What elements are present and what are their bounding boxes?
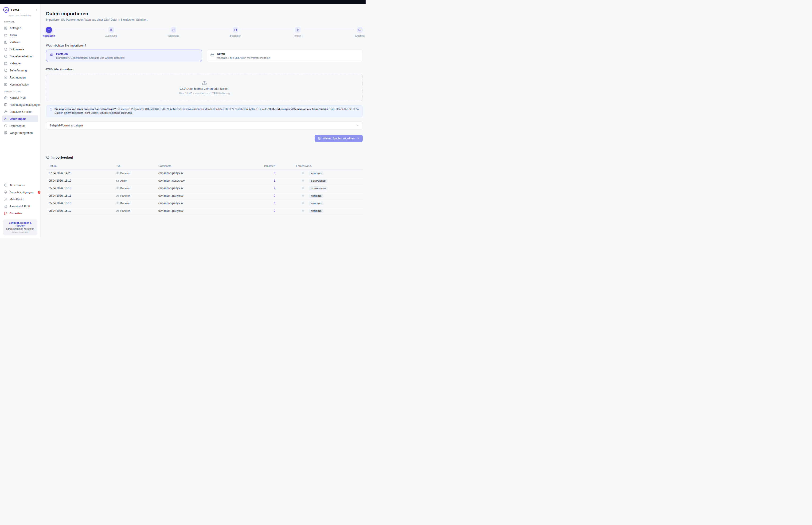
history-row[interactable]: 05.04.2026, 15:13Parteiencsv-import-part…: [46, 192, 363, 200]
cell-date: 05.04.2026, 15:19: [49, 177, 116, 184]
step-connector: [55, 30, 105, 30]
import-type-card-parteien[interactable]: ParteienMandanten, Gegenparteien, Kontak…: [46, 49, 202, 62]
upload-icon: [47, 28, 50, 31]
history-row[interactable]: 07.04.2026, 14:25Parteiencsv-import-part…: [46, 170, 363, 177]
step-circle: [171, 27, 176, 33]
history-row[interactable]: 05.04.2026, 15:19Aktencsv-import-cases.c…: [46, 177, 363, 185]
sidebar-item-benutzer-rollen[interactable]: Benutzer & Rollen: [2, 108, 38, 115]
clock-icon: [46, 155, 49, 159]
cell-date: 05.04.2026, 15:13: [49, 193, 116, 199]
sidebar-footer-item-benachrichtigungen[interactable]: Benachrichtigungen2: [2, 189, 38, 196]
sidebar-section-label-betrieb: BETRIEB: [0, 18, 40, 25]
sidebar-item-stapelverarbeitung[interactable]: Stapelverarbeitung: [2, 53, 38, 60]
history-row[interactable]: 05.04.2026, 15:12Parteiencsv-import-part…: [46, 207, 363, 215]
sidebar-item-label: Akten: [10, 34, 17, 37]
wizard-step-bestatigen: Bestätigen: [233, 27, 295, 33]
cell-status: COMPLETED: [304, 177, 360, 184]
sidebar-item-kanzlei-profil[interactable]: Kanzlei-Profil: [2, 94, 38, 101]
sidebar-item-widget-integration[interactable]: Widget-Integration: [2, 130, 38, 136]
step-label: Import: [294, 34, 301, 37]
history-row[interactable]: 05.04.2026, 15:13Parteiencsv-import-part…: [46, 200, 363, 207]
sidebar-item-rechnungseinstellungen[interactable]: Rechnungseinstellungen: [2, 101, 38, 108]
cell-imported-count: 1: [261, 177, 275, 184]
sidebar-item-anfragen[interactable]: Anfragen: [2, 25, 38, 31]
sidebar-item-zeiterfassung[interactable]: Zeiterfassung: [2, 67, 38, 74]
account-role: KANZLEI ADMIN: [5, 231, 35, 234]
step-connector: [117, 30, 167, 30]
play-icon: [296, 28, 299, 31]
column-header-status: Status: [304, 163, 360, 169]
sidebar-item-label: Kanzlei-Profil: [10, 96, 26, 100]
cell-error-count: 0: [275, 177, 304, 184]
sidebar-footer-item-label: Abmelden: [10, 212, 22, 215]
status-badge: PENDING: [309, 171, 323, 175]
sidebar-item-dokumente[interactable]: Dokumente: [2, 46, 38, 52]
sidebar-footer-item-mein-konto[interactable]: Mein Konto: [2, 196, 38, 202]
wizard-step-ergebnis: Ergebnis: [357, 27, 363, 33]
users-icon: [4, 110, 7, 114]
brand-name: LexA: [11, 8, 19, 12]
brand-tagline: Smart Law. Zero Friction.: [0, 13, 40, 18]
sidebar-footer-item-passwort-profil[interactable]: Passwort & Profil: [2, 203, 38, 210]
cell-filename: csv-import-party.csv: [158, 193, 261, 199]
info-icon: [49, 108, 52, 111]
dropzone-hint: Max. 10 MB · .csv oder .txt · UTF-8-Kodi…: [179, 92, 230, 95]
sidebar-footer-item-timer-starten[interactable]: Timer starten: [2, 182, 38, 189]
sidebar-item-label: Parteien: [10, 41, 20, 44]
type-card-subtitle: Mandate, Fälle und Akten mit Verfahrensd…: [217, 56, 270, 59]
sidebar-item-label: Benutzer & Rollen: [10, 110, 32, 114]
lock-icon: [4, 205, 7, 208]
sidebar-item-label: Kalender: [10, 62, 21, 65]
user-icon: [4, 197, 7, 201]
sidebar-footer-item-label: Mein Konto: [10, 198, 23, 201]
sidebar-collapse-button[interactable]: [35, 9, 38, 11]
page-subtitle: Importieren Sie Parteien oder Akten aus …: [46, 18, 363, 21]
sidebar-item-label: Kommunikation: [10, 83, 29, 86]
sidebar-item-akten[interactable]: Akten: [2, 32, 38, 39]
sidebar-footer: Timer startenBenachrichtigungen2Mein Kon…: [0, 181, 40, 217]
sidebar-item-parteien[interactable]: Parteien: [2, 39, 38, 46]
cell-imported-count: 0: [261, 170, 275, 177]
sidebar-item-kalender[interactable]: Kalender: [2, 60, 38, 67]
example-format-toggle[interactable]: Beispiel-Format anzeigen: [46, 121, 363, 130]
folder-icon: [116, 179, 119, 182]
folder-open-icon: [210, 53, 215, 57]
invoice-icon: [4, 76, 7, 79]
wizard-step-import: Import: [295, 27, 357, 33]
cell-error-count: 0: [275, 185, 304, 192]
cell-date: 05.04.2026, 15:18: [49, 185, 116, 192]
csv-dropzone[interactable]: CSV-Datei hierher ziehen oder klicken Ma…: [46, 74, 363, 101]
users-icon: [116, 202, 119, 205]
cell-imported-count: 0: [261, 200, 275, 207]
cell-error-count: 0: [275, 193, 304, 199]
cell-filename: csv-import-party.csv: [158, 170, 261, 177]
history-row[interactable]: 05.04.2026, 15:18Parteiencsv-import-part…: [46, 185, 363, 192]
clock-icon: [4, 69, 7, 72]
sidebar-item-kommunikation[interactable]: Kommunikation: [2, 81, 38, 88]
next-step-button[interactable]: Weiter: Spalten zuordnen: [315, 135, 363, 142]
dropzone-title: CSV-Datei hierher ziehen oder klicken: [180, 87, 229, 90]
chevron-left-icon: [35, 9, 38, 11]
top-bar: [0, 0, 366, 4]
step-circle: [357, 27, 363, 33]
file-text-icon: [318, 137, 321, 140]
wizard-step-validierung: Validierung: [171, 27, 233, 33]
sidebar-footer-item-abmelden[interactable]: Abmelden: [2, 210, 38, 217]
building-icon: [4, 96, 7, 100]
sidebar-footer-item-label: Benachrichtigungen: [10, 191, 34, 194]
step-connector: [304, 30, 354, 30]
download-icon: [4, 117, 7, 121]
sidebar-item-datenschutz[interactable]: Datenschutz: [2, 122, 38, 129]
sidebar-item-datenimport[interactable]: Datenimport: [2, 115, 38, 122]
import-type-card-akten[interactable]: AktenMandate, Fälle und Akten mit Verfah…: [207, 49, 363, 62]
cell-status: PENDING: [304, 207, 360, 214]
sidebar-item-label: Rechnungseinstellungen: [10, 103, 41, 106]
users-icon: [116, 209, 119, 212]
sidebar-item-rechnungen[interactable]: Rechnungen: [2, 74, 38, 81]
users-icon: [116, 172, 119, 175]
chart-icon: [358, 28, 361, 31]
cell-type: Parteien: [116, 170, 158, 176]
status-badge: COMPLETED: [309, 179, 327, 183]
account-firm-name: Schmidt, Becker & Partner: [5, 221, 35, 227]
type-card-title: Akten: [217, 52, 270, 56]
